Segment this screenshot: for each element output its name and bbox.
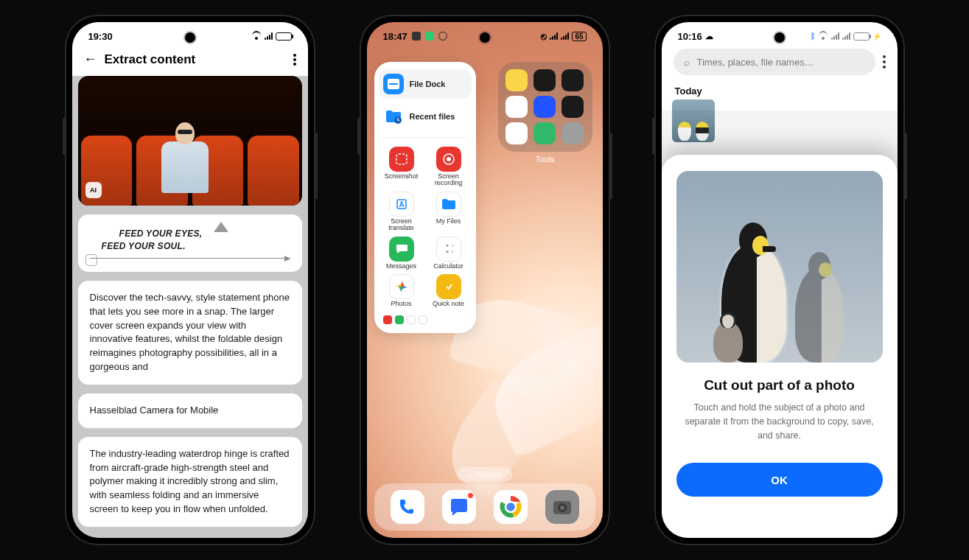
app-label: Quick note xyxy=(433,301,464,307)
ok-button[interactable]: OK xyxy=(676,463,883,497)
promo-line-2: FEED YOUR SOUL. xyxy=(90,240,290,253)
more-icon[interactable] xyxy=(293,54,296,66)
more-icon[interactable] xyxy=(883,55,886,69)
svg-text:+: + xyxy=(446,243,449,248)
wifi-icon xyxy=(252,32,262,40)
folder-label: Tools xyxy=(498,155,592,164)
sidebar-item-recent-files[interactable]: Recent files xyxy=(379,102,472,131)
note-icon xyxy=(436,274,461,299)
svg-point-5 xyxy=(447,157,451,161)
sidebar-item-label: File Dock xyxy=(410,80,446,88)
extracted-text-card[interactable]: The industry-leading waterdrop hinge is … xyxy=(78,437,302,527)
compass-app-icon[interactable] xyxy=(562,96,584,118)
sidebar-app-quick-note[interactable]: Quick note xyxy=(427,274,470,307)
sidebar-app-screen-translate[interactable]: A Screen translate xyxy=(380,192,423,232)
dock-messages-icon[interactable] xyxy=(442,490,476,524)
signal-icon xyxy=(831,32,839,40)
home-search[interactable]: ⌕ Search xyxy=(457,467,513,482)
page-title: Extract content xyxy=(105,52,196,67)
svg-rect-3 xyxy=(396,154,407,164)
location-icon: ⎋ xyxy=(541,31,547,42)
ai-badge-icon: AI xyxy=(85,182,102,198)
search-label: Search xyxy=(477,470,503,479)
cutout-preview-image[interactable] xyxy=(676,171,883,363)
svg-point-18 xyxy=(560,505,564,510)
svg-text:×: × xyxy=(446,249,449,254)
app-label: Screenshot xyxy=(385,173,419,180)
sidebar-app-screen-recording[interactable]: Screen recording xyxy=(427,147,470,187)
search-input[interactable]: ⌕ Times, places, file names… xyxy=(674,49,875,75)
app-label: Photos xyxy=(391,301,411,307)
extracted-text-card[interactable]: Discover the tech-savvy, style statement… xyxy=(78,281,302,385)
lock-app-icon[interactable] xyxy=(562,122,584,144)
notes-app-icon[interactable] xyxy=(506,69,528,91)
sheet-title: Cut out part of a photo xyxy=(676,377,883,393)
messages-icon xyxy=(389,237,414,262)
smart-sidebar[interactable]: File Dock Recent files Screenshot Screen… xyxy=(374,62,476,333)
extracted-image[interactable]: AI xyxy=(78,76,302,206)
charging-icon: ⚡ xyxy=(872,32,881,41)
dock-chrome-icon[interactable] xyxy=(494,490,528,524)
camera-hole xyxy=(774,32,785,43)
sidebar-app-screenshot[interactable]: Screenshot xyxy=(380,147,423,187)
search-icon: ⌕ xyxy=(467,470,472,479)
promo-line-1: FEED YOUR EYES, xyxy=(90,228,290,240)
dock-camera-icon[interactable] xyxy=(545,490,579,524)
battery-icon xyxy=(853,32,870,41)
clock: 10:16 xyxy=(678,31,702,42)
clock: 19:30 xyxy=(88,31,113,42)
phone-photos-cutout: 10:16 ☁ ᛒ ⚡ ⌕ Times, places, file names…… xyxy=(654,15,905,545)
search-icon: ⌕ xyxy=(684,57,690,68)
tools-folder[interactable]: Tools xyxy=(498,62,592,164)
svg-text:A: A xyxy=(399,200,404,209)
cutout-intro-sheet: Cut out part of a photo Touch and hold t… xyxy=(662,155,898,538)
camera-hole xyxy=(480,32,490,43)
sidebar-app-photos[interactable]: Photos xyxy=(380,274,423,307)
battery-icon xyxy=(276,32,292,41)
app-icon[interactable] xyxy=(534,122,556,144)
wifi-icon xyxy=(819,32,828,40)
sidebar-item-file-dock[interactable]: File Dock xyxy=(379,69,472,99)
phone-extract-content: 19:30 ← Extract content AI FEED YOUR E xyxy=(65,15,315,545)
active-indicator-icon xyxy=(425,32,434,41)
svg-text:−: − xyxy=(451,243,454,248)
folder-icon xyxy=(436,192,461,217)
settings-indicator-icon xyxy=(412,32,421,41)
phone-home-sidebar: 18:47 ⎋ 65 File Dock xyxy=(360,15,610,545)
app-label: Screen translate xyxy=(380,218,423,232)
calculator-icon: +−×÷ xyxy=(436,237,461,262)
cloud-icon: ☁ xyxy=(705,32,713,41)
sidebar-item-label: Recent files xyxy=(410,112,455,121)
back-arrow-icon[interactable]: ← xyxy=(84,52,97,67)
app-label: Calculator xyxy=(433,263,463,270)
paint-app-icon[interactable] xyxy=(534,69,556,91)
translate-icon: A xyxy=(389,192,414,217)
sidebar-app-messages[interactable]: Messages xyxy=(380,237,423,270)
bluetooth-icon: ᛒ xyxy=(811,32,816,41)
sidebar-mini-apps[interactable] xyxy=(379,314,472,326)
dock-phone-icon[interactable] xyxy=(391,490,424,524)
svg-point-12 xyxy=(443,281,455,293)
calculator-app-icon[interactable] xyxy=(506,122,528,144)
signal-icon-2 xyxy=(561,32,569,40)
section-today: Today xyxy=(662,81,898,98)
sidebar-app-my-files[interactable]: My Files xyxy=(427,192,470,232)
dock xyxy=(374,483,595,531)
folder-clock-icon xyxy=(383,106,404,127)
sheet-description: Touch and hold the subject of a photo an… xyxy=(676,401,883,442)
camera-hole xyxy=(185,32,195,43)
svg-text:÷: ÷ xyxy=(451,249,454,254)
screenshot-icon xyxy=(389,147,414,172)
notification-badge xyxy=(467,492,474,499)
signal-icon xyxy=(550,32,558,40)
sidebar-app-calculator[interactable]: +−×÷ Calculator xyxy=(427,237,470,270)
extracted-card-promo[interactable]: FEED YOUR EYES, FEED YOUR SOUL. xyxy=(78,214,302,272)
clock-app-icon[interactable] xyxy=(562,69,584,91)
record-icon xyxy=(436,147,461,172)
remote-app-icon[interactable] xyxy=(534,96,556,118)
app-label: My Files xyxy=(436,218,461,225)
recorder-app-icon[interactable] xyxy=(506,96,528,118)
svg-rect-1 xyxy=(389,83,398,85)
extracted-text-card[interactable]: Hasselblad Camera for Mobile xyxy=(78,393,302,428)
app-label: Messages xyxy=(386,263,416,270)
